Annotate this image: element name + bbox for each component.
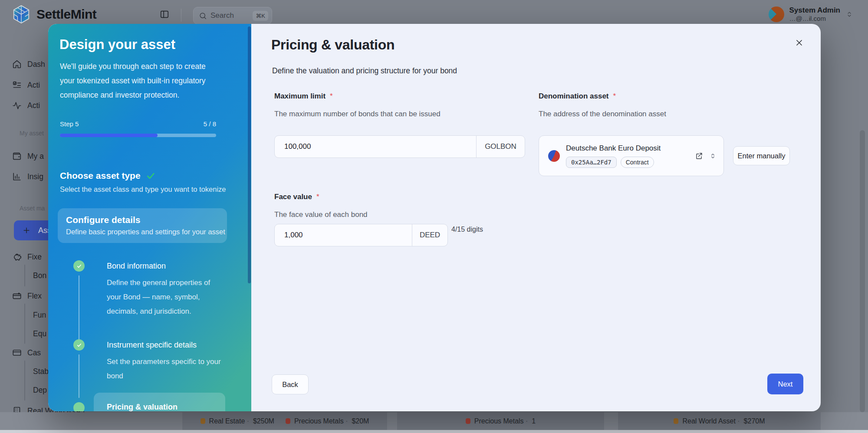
activity-icon bbox=[12, 101, 22, 110]
wizard-step-progress: 5 / 8 bbox=[204, 120, 216, 128]
next-button[interactable]: Next bbox=[767, 374, 803, 394]
face-value-input[interactable]: 1,000 DEED bbox=[274, 224, 448, 246]
page-scrollbar[interactable] bbox=[860, 130, 865, 412]
wizard-panel: Design your asset We'll guide you throug… bbox=[48, 24, 251, 411]
denomination-asset-label: Denomination asset* bbox=[539, 92, 616, 101]
legend-dot bbox=[674, 418, 678, 424]
brand[interactable]: SettleMint bbox=[11, 4, 96, 24]
required-asterisk: * bbox=[316, 193, 319, 201]
close-icon[interactable] bbox=[795, 39, 803, 47]
modal-title: Pricing & valuation bbox=[271, 37, 395, 53]
home-icon bbox=[12, 59, 22, 69]
sidebar-toggle-icon[interactable] bbox=[160, 10, 169, 19]
check-circle-icon bbox=[73, 339, 85, 351]
wizard-substep-pricing-valuation[interactable]: Pricing & valuation bbox=[94, 393, 225, 411]
chevrons-up-down-icon bbox=[709, 152, 717, 160]
sidebar-item-fund[interactable]: Fun bbox=[33, 305, 46, 325]
maximum-limit-value[interactable]: 100,000 bbox=[275, 136, 476, 157]
modal-subtitle: Define the valuation and pricing structu… bbox=[272, 66, 457, 75]
asset-avatar bbox=[548, 150, 560, 162]
maximum-limit-input[interactable]: 100,000 GOLBON bbox=[274, 135, 525, 158]
maximum-limit-label: Maximum limit* bbox=[274, 92, 333, 101]
enter-manually-button[interactable]: Enter manually bbox=[733, 146, 790, 165]
background-chart-card: Real Estate$250M Precious Metals$20M bbox=[182, 412, 387, 430]
user-avatar bbox=[769, 7, 784, 22]
wizard-step-choose-asset-type[interactable]: Choose asset type bbox=[60, 171, 141, 181]
legend-item: Real World Asset$270M bbox=[674, 417, 765, 425]
wizard-scrollbar[interactable] bbox=[248, 26, 251, 283]
tree-line bbox=[24, 265, 25, 286]
face-value-suffix: DEED bbox=[412, 224, 447, 246]
chevrons-up-down-icon bbox=[845, 10, 853, 18]
piggy-bank-icon bbox=[12, 252, 22, 262]
wizard-substep-instrument-details[interactable]: Instrument specific details bbox=[107, 341, 197, 350]
digits-hint: 4/15 digits bbox=[451, 226, 483, 233]
step-connector bbox=[79, 354, 79, 398]
maximum-limit-helper: The maximum number of bonds that can be … bbox=[274, 110, 441, 118]
step-connector bbox=[79, 276, 79, 340]
wizard-step-configure-details[interactable]: Configure details Define basic propertie… bbox=[58, 208, 227, 243]
wizard-progress-fill bbox=[60, 134, 158, 137]
contract-badge: Contract bbox=[621, 157, 654, 168]
sidebar-section-asset-management: Asset ma bbox=[20, 205, 45, 212]
credit-card-arrow-icon bbox=[12, 291, 22, 301]
legend-item: Precious Metals1 bbox=[466, 417, 536, 425]
search-shortcut-badge: ⌘K bbox=[253, 11, 268, 21]
address-badge[interactable]: 0x25Aa…2Fd7 bbox=[566, 157, 617, 168]
denomination-asset-helper: The address of the denomination asset bbox=[539, 110, 666, 118]
sidebar-item-deposit[interactable]: Dep bbox=[33, 381, 47, 400]
check-icon bbox=[146, 171, 155, 180]
asset-designer-modal: Design your asset We'll guide you throug… bbox=[48, 24, 821, 411]
bar-chart-icon bbox=[12, 172, 22, 181]
tree-line bbox=[24, 361, 25, 400]
back-button[interactable]: Back bbox=[272, 374, 309, 394]
denomination-asset-select[interactable]: Deutsche Bank Euro Deposit 0x25Aa…2Fd7 C… bbox=[539, 135, 724, 176]
sidebar-section-my-assets: My asset bbox=[20, 130, 44, 137]
brand-name: SettleMint bbox=[36, 7, 96, 22]
cash-icon bbox=[12, 348, 22, 358]
user-name: System Admin bbox=[789, 6, 840, 15]
wizard-description: We'll guide you through each step to cre… bbox=[60, 59, 215, 102]
settlemint-logo-icon bbox=[11, 4, 31, 24]
search-input[interactable]: Search ⌘K bbox=[193, 7, 272, 24]
wizard-step-choose-asset-type-subtitle: Select the asset class and type you want… bbox=[60, 185, 226, 194]
wizard-substep-bond-information-desc: Define the general properties of your Bo… bbox=[107, 276, 223, 318]
page-bottom-bar bbox=[0, 430, 868, 433]
list-checks-icon bbox=[12, 80, 22, 90]
legend-item: Precious Metals$20M bbox=[286, 417, 369, 425]
search-icon bbox=[199, 12, 207, 20]
legend-dot bbox=[201, 418, 205, 424]
topbar-divider bbox=[181, 9, 181, 22]
sidebar-item-stablecoin[interactable]: Stab bbox=[33, 362, 49, 381]
denomination-asset-name: Deutsche Bank Euro Deposit bbox=[566, 144, 689, 153]
external-link-icon[interactable] bbox=[695, 152, 703, 160]
app-window: SettleMint Search ⌘K System Admin …@…il.… bbox=[0, 0, 868, 433]
face-value-value[interactable]: 1,000 bbox=[275, 224, 412, 246]
search-placeholder: Search bbox=[210, 11, 249, 20]
check-circle-icon bbox=[73, 260, 85, 272]
legend-dot bbox=[466, 418, 470, 424]
background-chart-card: Real World Asset$270M bbox=[618, 412, 821, 430]
sidebar-item-equity[interactable]: Equ bbox=[33, 324, 46, 343]
wizard-substep-instrument-details-desc: Set the parameters specific to your bond bbox=[107, 354, 223, 383]
background-chart-card: Precious Metals1 bbox=[397, 412, 604, 430]
wizard-step-label: Step 5 bbox=[60, 120, 79, 128]
current-step-circle bbox=[73, 402, 85, 411]
required-asterisk: * bbox=[330, 92, 333, 100]
user-menu[interactable]: System Admin …@…il.com bbox=[769, 6, 853, 22]
plus-icon bbox=[22, 226, 31, 235]
tree-line bbox=[24, 304, 25, 344]
face-value-helper: The face value of each bond bbox=[274, 210, 368, 219]
wallet-icon bbox=[12, 151, 22, 161]
face-value-label: Face value* bbox=[274, 193, 319, 201]
legend-item: Real Estate$250M bbox=[201, 417, 274, 425]
user-email: …@…il.com bbox=[789, 15, 840, 22]
wizard-title: Design your asset bbox=[59, 37, 175, 52]
required-asterisk: * bbox=[613, 92, 616, 100]
legend-dot bbox=[286, 418, 290, 424]
maximum-limit-suffix: GOLBON bbox=[476, 136, 525, 157]
wizard-progress-bar bbox=[60, 134, 216, 137]
wizard-substep-bond-information[interactable]: Bond information bbox=[107, 262, 166, 271]
sidebar-item-bond[interactable]: Bon bbox=[33, 266, 46, 285]
